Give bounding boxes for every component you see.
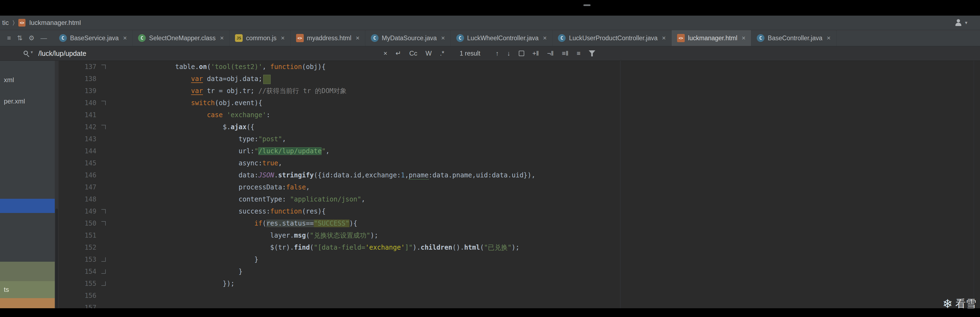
chevron-down-icon[interactable]: ▾ <box>965 20 967 26</box>
tab-close-icon[interactable]: × <box>356 34 360 42</box>
prev-occurrence-button[interactable]: ↑ <box>496 49 499 57</box>
tab-BaseController.java[interactable]: CBaseController.java× <box>751 30 836 46</box>
fold-end-icon[interactable] <box>101 281 106 286</box>
ide-window: tic 〉 <> luckmanager.html ▾ ≡⇅⚙— CBaseSe… <box>0 0 980 317</box>
code-line-137[interactable]: table.on('tool(test2)', function(obj){ <box>115 61 974 73</box>
code-line-141[interactable]: case 'exchange': <box>115 109 974 121</box>
tab-close-icon[interactable]: × <box>543 34 547 42</box>
match-case-toggle[interactable]: Cc <box>409 49 417 57</box>
search-history-caret-icon[interactable]: ▾ <box>31 49 33 55</box>
code-line-147[interactable]: processData:false, <box>115 181 974 193</box>
newline-icon[interactable]: ↵ <box>396 49 401 57</box>
code-token: (obj){ <box>302 63 326 71</box>
gutter: 1371381391401411421431441451461471481491… <box>59 61 115 308</box>
project-panel[interactable]: xml per.xml ts <box>0 61 55 308</box>
add-selection-button[interactable]: +‖ <box>533 49 539 57</box>
tab-SelectOneMapper.class[interactable]: CSelectOneMapper.class× <box>132 30 229 46</box>
regex-toggle[interactable]: .* <box>440 49 444 57</box>
remove-selection-button[interactable]: ¬‖ <box>547 49 554 57</box>
line-number: 140 <box>59 99 96 107</box>
code-token: :data.pname,uid:data.uid}), <box>429 171 536 179</box>
tab-close-icon[interactable]: × <box>220 34 224 42</box>
code-token: res.status== <box>266 220 313 227</box>
gutter-row: 157 <box>59 302 115 308</box>
words-toggle[interactable]: W <box>425 49 432 57</box>
project-tree-item[interactable]: per.xml <box>4 97 25 105</box>
code-line-138[interactable]: var data=obj.data; <box>115 73 974 85</box>
fold-start-icon[interactable] <box>101 101 106 105</box>
filter-button[interactable] <box>589 51 595 56</box>
tab-close-icon[interactable]: × <box>281 34 285 42</box>
scroll-from-source-icon[interactable]: ≡ <box>7 34 11 42</box>
code-token: tr = obj.tr; <box>203 87 258 95</box>
code-token: ); <box>512 244 520 251</box>
breadcrumb-path-clipped[interactable]: tic <box>2 19 9 27</box>
code-line-144[interactable]: url:"/luck/lup/update", <box>115 145 974 157</box>
tab-myaddress.html[interactable]: <>myaddress.html× <box>291 30 365 46</box>
fold-start-icon[interactable] <box>101 125 106 129</box>
code-line-152[interactable]: $(tr).find("[data-field='exchange']").ch… <box>115 241 974 254</box>
gutter-row: 156 <box>59 290 115 302</box>
sort-tabs-icon[interactable]: ⇅ <box>17 34 22 42</box>
code-line-154[interactable]: } <box>115 266 974 277</box>
results-count: 1 result <box>460 50 480 57</box>
hide-tabs-icon[interactable]: — <box>41 34 47 42</box>
code-line-139[interactable]: var tr = obj.tr; //获得当前行 tr 的DOM对象 <box>115 85 974 97</box>
scrollbar-thumb[interactable] <box>55 209 58 308</box>
code-line-157[interactable] <box>115 302 974 308</box>
code-line-151[interactable]: layer.msg("兑换状态设置成功"); <box>115 230 974 241</box>
tab-close-icon[interactable]: × <box>827 34 831 42</box>
fold-start-icon[interactable] <box>101 221 106 225</box>
clear-search-icon[interactable]: × <box>383 49 387 57</box>
tab-BaseService.java[interactable]: CBaseService.java× <box>54 30 133 46</box>
tab-common.js[interactable]: JScommon.js× <box>229 30 290 46</box>
fold-end-icon[interactable] <box>101 269 106 274</box>
search-input[interactable]: /luck/lup/update <box>38 46 86 60</box>
html-file-icon: <> <box>18 19 25 27</box>
settings-gear-icon[interactable]: ⚙ <box>29 34 35 42</box>
tab-MyDataSource.java[interactable]: CMyDataSource.java× <box>365 30 451 46</box>
editor-scrollbar[interactable] <box>974 61 980 308</box>
code-line-153[interactable]: } <box>115 254 974 266</box>
next-occurrence-button[interactable]: ↓ <box>507 49 511 57</box>
code-line-146[interactable]: data:JSON.stringify({id:data.id,exchange… <box>115 169 974 181</box>
tab-close-icon[interactable]: × <box>742 34 746 42</box>
gutter-row: 144 <box>59 145 115 157</box>
code-line-149[interactable]: success:function(res){ <box>115 205 974 217</box>
project-tree-item[interactable]: xml <box>4 76 14 84</box>
project-tree-highlight-row[interactable] <box>0 262 55 281</box>
code-line-140[interactable]: switch(obj.event){ <box>115 97 974 109</box>
code-line-145[interactable]: async:true, <box>115 157 974 169</box>
select-all-occurrences-button[interactable] <box>519 51 524 56</box>
tab-luckmanager.html[interactable]: <>luckmanager.html× <box>671 30 751 46</box>
fold-end-icon[interactable] <box>101 257 106 262</box>
tab-close-icon[interactable]: × <box>123 34 127 42</box>
project-panel-scrollbar[interactable] <box>55 61 59 308</box>
line-number: 147 <box>59 184 96 191</box>
breadcrumb-file-name[interactable]: luckmanager.html <box>29 19 81 27</box>
fold-start-icon[interactable] <box>101 209 106 214</box>
filter-lines-button[interactable]: ≡ <box>577 49 581 57</box>
code-token: if <box>255 220 262 227</box>
fold-spacer <box>101 149 106 153</box>
code-line-142[interactable]: $.ajax({ <box>115 121 974 133</box>
window-drag-handle[interactable] <box>584 5 590 6</box>
tab-close-icon[interactable]: × <box>662 34 666 42</box>
tab-close-icon[interactable]: × <box>441 34 445 42</box>
project-tree-highlight-row[interactable]: ts <box>0 281 55 298</box>
toggle-selection-button[interactable]: ≡‖ <box>562 49 568 57</box>
code-token: 'exchange' <box>365 244 405 251</box>
code-line-155[interactable]: }); <box>115 277 974 290</box>
tab-LuckUserProductController.java[interactable]: CLuckUserProductController.java× <box>552 30 671 46</box>
fold-start-icon[interactable] <box>101 65 106 69</box>
code-line-148[interactable]: contentType: "application/json", <box>115 193 974 205</box>
project-tree-highlight-row[interactable] <box>0 298 55 308</box>
code-line-156[interactable] <box>115 290 974 302</box>
code-line-150[interactable]: if(res.status=="SUCCESS"){ <box>115 217 974 230</box>
code-line-143[interactable]: type:"post", <box>115 133 974 145</box>
project-tree-selected-row[interactable] <box>0 199 55 213</box>
code-token <box>159 99 191 107</box>
tab-LuckWheelController.java[interactable]: CLuckWheelController.java× <box>451 30 553 46</box>
user-account-icon[interactable] <box>955 19 962 27</box>
code-token: }); <box>159 280 235 287</box>
